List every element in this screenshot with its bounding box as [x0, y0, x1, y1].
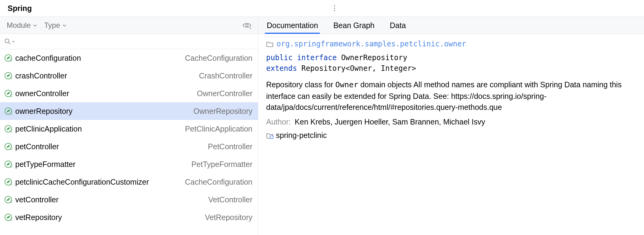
bean-class: PetTypeFormatter — [191, 160, 252, 169]
module-filter-label: Module — [7, 21, 31, 30]
author-label: Author: — [266, 118, 291, 126]
bean-name: ownerRepository — [15, 107, 73, 116]
svg-point-6 — [246, 24, 248, 27]
bean-icon: C — [4, 72, 12, 80]
bean-row[interactable]: CvetRepositoryVetRepository — [0, 208, 258, 226]
bean-icon: C — [4, 196, 12, 204]
bean-icon: C — [4, 89, 12, 97]
svg-text:C: C — [10, 58, 12, 62]
bean-name: cacheConfiguration — [15, 54, 81, 63]
bean-row[interactable]: CpetControllerPetController — [0, 138, 258, 155]
class-signature: public interface OwnerRepository extends… — [266, 52, 636, 74]
bean-name: crashController — [15, 71, 67, 80]
folder-icon — [266, 41, 273, 47]
bean-class: VetRepository — [205, 213, 252, 222]
svg-line-8 — [9, 42, 10, 44]
package-name: org.springframework.samples.petclinic.ow… — [277, 39, 466, 49]
bean-class: CrashController — [199, 71, 252, 80]
svg-text:C: C — [10, 76, 12, 80]
bean-row[interactable]: CcacheConfigurationCacheConfiguration — [0, 49, 258, 67]
bean-list: CcacheConfigurationCacheConfigurationCcr… — [0, 49, 258, 226]
class-description: Repository class for Owner domain object… — [266, 79, 636, 113]
bean-row[interactable]: CpetTypeFormatterPetTypeFormatter — [0, 155, 258, 173]
author-line: Author: Ken Krebs, Juergen Hoeller, Sam … — [266, 116, 636, 127]
detail-tabs: DocumentationBean GraphData — [258, 17, 644, 34]
tab-bean-graph[interactable]: Bean Graph — [333, 21, 374, 34]
eye-icon — [242, 22, 251, 29]
bean-icon: C — [4, 143, 12, 150]
bean-icon: C — [4, 178, 12, 186]
bean-row[interactable]: CownerRepositoryOwnerRepository — [0, 102, 258, 120]
tab-data[interactable]: Data — [390, 21, 406, 34]
documentation-panel: org.springframework.samples.petclinic.ow… — [258, 34, 644, 146]
bean-icon: C — [4, 213, 12, 221]
bean-class: OwnerController — [197, 89, 252, 98]
bean-row[interactable]: CvetControllerVetController — [0, 191, 258, 208]
bean-row[interactable]: CpetClinicApplicationPetClinicApplicatio… — [0, 120, 258, 138]
svg-point-7 — [5, 39, 9, 43]
bean-name: vetController — [15, 195, 59, 204]
bean-row[interactable]: CcrashControllerCrashController — [0, 67, 258, 85]
bean-name: petTypeFormatter — [15, 160, 75, 169]
bean-icon: C — [4, 125, 12, 133]
bean-icon: C — [4, 107, 12, 115]
bean-name: petController — [15, 142, 59, 151]
vertical-dots-icon — [331, 4, 338, 12]
svg-text:C: C — [10, 200, 12, 204]
search-input[interactable] — [15, 38, 255, 45]
svg-text:C: C — [10, 146, 12, 150]
svg-point-3 — [334, 8, 335, 9]
bean-name: vetRepository — [15, 213, 62, 222]
svg-text:C: C — [10, 182, 12, 186]
tool-window-title: Spring — [8, 4, 32, 13]
bean-icon: C — [4, 160, 12, 168]
chevron-down-icon — [33, 23, 38, 28]
module-name: spring-petclinic — [276, 130, 327, 141]
bean-class: CacheConfiguration — [185, 54, 252, 63]
svg-text:C: C — [10, 164, 12, 168]
more-options-button[interactable] — [328, 2, 341, 14]
bean-class: PetClinicApplication — [185, 125, 252, 133]
svg-rect-29 — [270, 136, 273, 139]
bean-name: petClinicApplication — [15, 125, 82, 133]
bean-name: petclinicCacheConfigurationCustomizer — [15, 178, 149, 186]
svg-point-2 — [334, 5, 335, 6]
type-filter-dropdown[interactable]: Type — [44, 21, 67, 30]
type-filter-label: Type — [44, 21, 60, 30]
bean-class: CacheConfiguration — [185, 178, 252, 186]
bean-icon: C — [4, 54, 12, 62]
bean-class: PetController — [208, 142, 252, 151]
visibility-toggle-button[interactable] — [241, 19, 253, 31]
bean-row[interactable]: CownerControllerOwnerController — [0, 85, 258, 102]
svg-point-4 — [334, 10, 335, 11]
bean-row[interactable]: CpetclinicCacheConfigurationCustomizerCa… — [0, 173, 258, 191]
svg-text:C: C — [10, 93, 12, 97]
module-filter-dropdown[interactable]: Module — [7, 21, 38, 30]
chevron-down-icon — [62, 23, 67, 28]
bean-name: ownerController — [15, 89, 69, 98]
author-names: Ken Krebs, Juergen Hoeller, Sam Brannen,… — [295, 118, 485, 126]
svg-text:C: C — [10, 111, 12, 115]
bean-class: OwnerRepository — [194, 107, 252, 116]
bean-class: VetController — [208, 195, 252, 204]
svg-text:C: C — [10, 217, 12, 221]
svg-text:C: C — [10, 129, 12, 133]
tab-documentation[interactable]: Documentation — [267, 21, 318, 34]
module-icon — [266, 132, 273, 139]
chevron-down-icon[interactable] — [12, 40, 15, 43]
search-icon — [4, 38, 11, 45]
